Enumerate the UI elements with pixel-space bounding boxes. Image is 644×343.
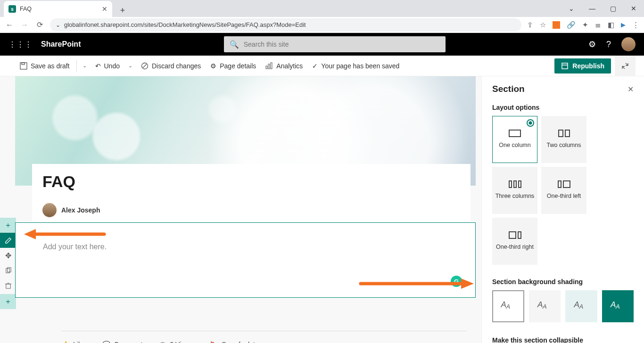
saved-status: ✓ Your page has been saved: [307, 56, 404, 76]
panel-title: Section: [492, 84, 525, 94]
panel-close-button[interactable]: ✕: [627, 85, 634, 94]
new-tab-button[interactable]: +: [116, 4, 129, 17]
svg-rect-5: [268, 64, 270, 69]
page-reactions: 👍Like 💬Comment 👁3 Views 🔖Save for later: [61, 331, 467, 343]
browser-actions: ⇪ ☆ 🔗 ✦ ≣ ◧ ▶ ⋮: [527, 21, 639, 29]
save-for-later-button[interactable]: 🔖Save for later: [210, 341, 261, 343]
bg-option-soft[interactable]: A: [565, 290, 597, 322]
comment-icon: 💬: [102, 341, 110, 343]
discard-icon: [141, 62, 149, 70]
dock-ext-icon[interactable]: ▶: [621, 21, 626, 28]
section-edit-rail: ＋ ✥: [0, 218, 16, 293]
layout-three-columns[interactable]: Three columns: [492, 167, 537, 214]
author-name[interactable]: Alex Joseph: [61, 206, 100, 214]
save-dropdown[interactable]: ⌄: [79, 63, 91, 69]
extension-icon[interactable]: [553, 21, 560, 29]
settings-icon[interactable]: ⚙: [588, 39, 596, 49]
svg-rect-7: [562, 63, 568, 69]
suite-actions: ⚙ ?: [588, 37, 636, 51]
republish-icon: [561, 62, 569, 70]
workspace: FAQ Alex Joseph ＋ ✥ ＋ Add your text here…: [0, 76, 644, 343]
chevron-down-icon[interactable]: ⌄: [561, 1, 582, 16]
text-placeholder: Add your text here.: [43, 243, 107, 251]
site-info-icon[interactable]: ⌄: [56, 22, 60, 28]
check-icon: ✓: [312, 62, 318, 70]
author-row: Alex Joseph: [42, 203, 460, 217]
edit-section-button[interactable]: [0, 233, 16, 248]
discard-button[interactable]: Discard changes: [136, 56, 206, 76]
svg-rect-6: [271, 63, 272, 69]
share-icon[interactable]: ⇪: [527, 21, 533, 29]
undo-dropdown[interactable]: ⌄: [124, 63, 136, 69]
author-avatar[interactable]: [42, 203, 57, 217]
window-controls: ⌄ ― ▢ ✕: [561, 0, 644, 17]
reload-button[interactable]: ⟳: [35, 20, 44, 29]
annotation-arrow-right: [358, 277, 476, 291]
user-avatar[interactable]: [621, 37, 636, 51]
address-bar[interactable]: ⌄ globalinfonet.sharepoint.com/sites/Doc…: [50, 18, 521, 32]
delete-section-button[interactable]: [0, 278, 16, 293]
forward-button[interactable]: →: [20, 21, 29, 29]
duplicate-section-button[interactable]: [0, 263, 16, 278]
like-icon: 👍: [61, 341, 69, 343]
svg-rect-0: [20, 63, 27, 69]
layout-one-third-right[interactable]: One-third right: [492, 218, 537, 265]
extensions-icon[interactable]: ✦: [582, 21, 588, 29]
suite-header: ⋮⋮⋮ SharePoint 🔍 ⚙ ?: [0, 33, 644, 56]
search-input[interactable]: [244, 41, 440, 48]
add-section-below-button[interactable]: ＋: [0, 294, 16, 309]
reading-list-icon[interactable]: ≣: [595, 21, 601, 29]
url-text: globalinfonet.sharepoint.com/sites/DockM…: [64, 21, 306, 28]
save-draft-button[interactable]: Save as draft: [15, 56, 74, 76]
page-title[interactable]: FAQ: [42, 172, 460, 191]
tab-title: FAQ: [20, 6, 32, 12]
republish-button[interactable]: Republish: [554, 58, 611, 74]
minimize-icon[interactable]: ―: [582, 1, 603, 16]
side-panel-icon[interactable]: ◧: [608, 21, 614, 29]
annotation-arrow-left: [22, 227, 107, 241]
back-button[interactable]: ←: [5, 21, 14, 29]
comment-button[interactable]: 💬Comment: [102, 341, 143, 343]
tab-close-icon[interactable]: ✕: [102, 5, 107, 13]
layout-two-columns[interactable]: Two columns: [541, 116, 586, 163]
bg-option-none[interactable]: A: [492, 290, 524, 322]
layout-one-third-left[interactable]: One-third left: [541, 167, 586, 214]
link-icon[interactable]: 🔗: [567, 21, 576, 29]
page-details-button[interactable]: ⚙ Page details: [206, 56, 261, 76]
help-icon[interactable]: ?: [606, 40, 611, 49]
svg-rect-11: [6, 284, 10, 288]
collapse-panel-button[interactable]: [615, 56, 636, 76]
search-icon: 🔍: [230, 40, 239, 49]
collapse-icon: [621, 62, 629, 70]
bg-shading-options: A A A A: [492, 290, 634, 322]
edit-icon: [5, 237, 12, 244]
browser-menu-icon[interactable]: ⋮: [632, 21, 639, 29]
maximize-icon[interactable]: ▢: [603, 1, 623, 16]
analytics-button[interactable]: Analytics: [261, 56, 307, 76]
layout-one-column[interactable]: One column: [492, 116, 537, 163]
gear-icon: ⚙: [210, 62, 216, 70]
browser-tab[interactable]: s FAQ ✕: [4, 1, 112, 17]
title-area: FAQ Alex Joseph: [32, 164, 471, 222]
undo-button[interactable]: ↶ Undo: [91, 56, 124, 76]
address-bar-row: ← → ⟳ ⌄ globalinfonet.sharepoint.com/sit…: [0, 17, 644, 33]
bookmark-icon[interactable]: ☆: [540, 21, 546, 29]
like-button[interactable]: 👍Like: [61, 341, 85, 343]
bookmark-icon: 🔖: [210, 341, 218, 343]
brand-label: SharePoint: [41, 40, 81, 49]
add-section-button[interactable]: ＋: [0, 218, 16, 233]
bg-option-neutral[interactable]: A: [529, 290, 561, 322]
bg-option-strong[interactable]: A: [602, 290, 634, 322]
app-launcher-icon[interactable]: ⋮⋮⋮: [8, 40, 33, 49]
svg-rect-4: [266, 66, 267, 69]
views-icon: 👁: [159, 341, 166, 343]
copy-icon: [5, 267, 12, 274]
collapsible-label: Make this section collapsible: [492, 336, 634, 343]
move-section-button[interactable]: ✥: [0, 248, 16, 263]
search-box[interactable]: 🔍: [224, 36, 446, 52]
svg-rect-1: [22, 63, 25, 65]
layout-options: One column Two columns Three columns One…: [492, 116, 634, 265]
close-window-icon[interactable]: ✕: [623, 1, 644, 16]
sharepoint-favicon-icon: s: [8, 5, 16, 13]
trash-icon: [5, 282, 12, 289]
